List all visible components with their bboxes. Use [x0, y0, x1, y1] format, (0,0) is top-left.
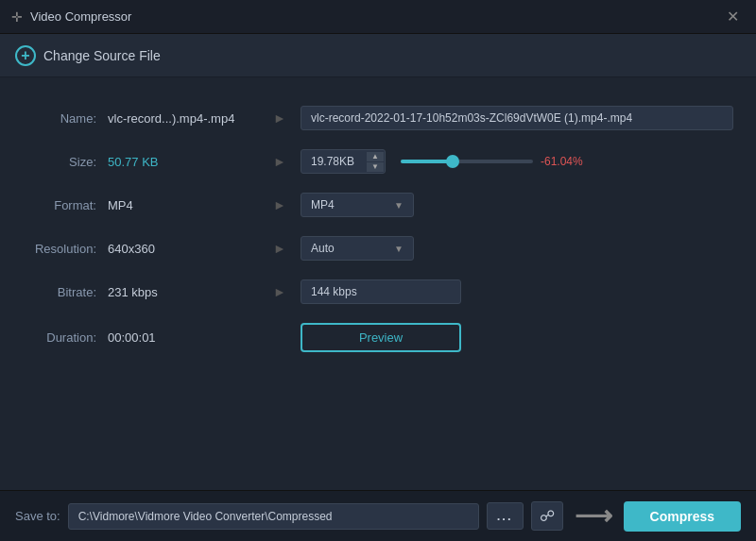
size-slider-wrap[interactable] — [401, 160, 533, 163]
resolution-dropdown-arrow-icon: ▼ — [394, 244, 404, 254]
resolution-output-area: Auto ▼ — [301, 236, 733, 261]
resolution-label: Resolution: — [23, 242, 108, 256]
open-folder-button[interactable]: ☍ — [531, 501, 563, 531]
source-bar: + Change Source File — [0, 34, 756, 77]
size-source-value: 50.77 KB — [108, 155, 259, 169]
size-spinner: ▲ ▼ — [367, 152, 384, 172]
compress-button[interactable]: Compress — [624, 501, 741, 532]
close-button[interactable]: ✕ — [721, 6, 745, 27]
duration-label: Duration: — [23, 330, 108, 345]
app-title: Video Compressor — [30, 9, 131, 24]
bitrate-row: Bitrate: 231 kbps ► 144 kbps — [0, 270, 756, 313]
slider-fill — [401, 160, 453, 163]
bitrate-arrow-icon: ► — [270, 284, 289, 299]
save-path-box: C:\Vidmore\Vidmore Video Converter\Compr… — [68, 503, 479, 530]
preview-button[interactable]: Preview — [301, 323, 461, 352]
bitrate-output-box[interactable]: 144 kbps — [301, 279, 461, 304]
slider-thumb[interactable] — [446, 155, 459, 168]
browse-dots-button[interactable]: ... — [487, 502, 524, 530]
name-output-area: vlc-record-2022-01-17-10h52m03s-ZCl69dVt… — [301, 106, 733, 130]
size-label: Size: — [23, 155, 108, 169]
format-dropdown[interactable]: MP4 ▼ — [301, 193, 414, 217]
slider-track[interactable] — [401, 160, 533, 163]
format-output-area: MP4 ▼ — [301, 193, 733, 217]
slider-percent: -61.04% — [541, 155, 593, 168]
format-dropdown-arrow-icon: ▼ — [394, 200, 404, 211]
bottom-bar: Save to: C:\Vidmore\Vidmore Video Conver… — [0, 490, 756, 541]
resolution-dropdown[interactable]: Auto ▼ — [301, 236, 414, 261]
format-source-value: MP4 — [108, 198, 259, 212]
plus-icon: + — [15, 45, 36, 66]
resolution-row: Resolution: 640x360 ► Auto ▼ — [0, 227, 756, 270]
name-label: Name: — [23, 111, 108, 126]
change-source-label: Change Source File — [43, 48, 161, 63]
bitrate-source-value: 231 kbps — [108, 285, 259, 299]
name-arrow-icon: ► — [270, 110, 289, 126]
resolution-source-value: 640x360 — [108, 242, 259, 256]
name-row: Name: vlc-record...).mp4-.mp4 ► vlc-reco… — [0, 96, 756, 140]
main-content: Name: vlc-record...).mp4-.mp4 ► vlc-reco… — [0, 77, 756, 490]
duration-row: Duration: 00:00:01 ► Preview — [0, 313, 756, 362]
title-bar-left: ✛ Video Compressor — [11, 9, 131, 25]
save-to-label: Save to: — [15, 509, 60, 523]
size-row: Size: 50.77 KB ► ▲ ▼ -61.04% — [0, 140, 756, 183]
change-source-button[interactable]: + Change Source File — [15, 45, 161, 66]
folder-icon: ☍ — [540, 508, 555, 524]
resolution-arrow-icon: ► — [270, 241, 289, 256]
name-source-value: vlc-record...).mp4-.mp4 — [108, 111, 259, 126]
format-label: Format: — [23, 198, 108, 212]
format-dropdown-value: MP4 — [311, 198, 335, 211]
arrow-separator-icon: ⟶ — [575, 500, 612, 532]
size-arrow-icon: ► — [270, 154, 289, 169]
size-output-area: ▲ ▼ -61.04% — [301, 149, 733, 174]
format-row: Format: MP4 ► MP4 ▼ — [0, 183, 756, 227]
size-down-button[interactable]: ▼ — [367, 162, 384, 172]
format-arrow-icon: ► — [270, 197, 289, 212]
size-input-wrap: ▲ ▼ — [301, 149, 386, 174]
name-output-box: vlc-record-2022-01-17-10h52m03s-ZCl69dVt… — [301, 106, 733, 130]
size-up-button[interactable]: ▲ — [367, 152, 384, 161]
duration-output-area: Preview — [301, 323, 733, 352]
duration-source-value: 00:00:01 — [108, 330, 259, 345]
resolution-dropdown-value: Auto — [311, 242, 335, 255]
move-icon: ✛ — [11, 9, 23, 25]
bitrate-output-area: 144 kbps — [301, 279, 733, 304]
bitrate-label: Bitrate: — [23, 285, 108, 299]
title-bar: ✛ Video Compressor ✕ — [0, 0, 756, 34]
